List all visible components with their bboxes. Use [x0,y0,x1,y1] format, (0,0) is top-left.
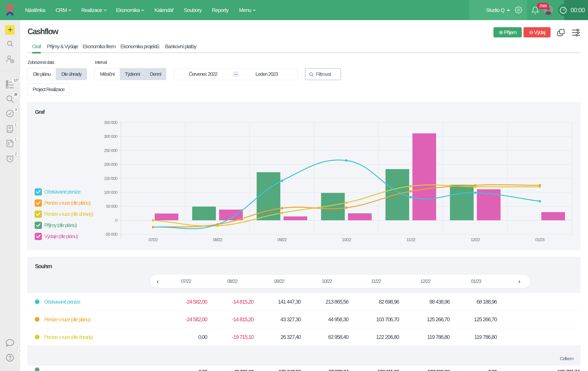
svg-text:50 000: 50 000 [106,204,117,209]
svg-text:11/22: 11/22 [407,237,415,242]
svg-text:200 000: 200 000 [104,162,117,167]
svg-text:0: 0 [115,218,117,223]
svg-text:12/22: 12/22 [471,237,480,242]
svg-text:250 000: 250 000 [104,148,117,153]
svg-text:01/23: 01/23 [535,237,545,242]
svg-text:07/22: 07/22 [148,237,158,242]
svg-text:350 000: 350 000 [104,120,117,125]
svg-text:08/22: 08/22 [213,237,222,242]
svg-text:09/22: 09/22 [277,237,287,242]
svg-text:100 000: 100 000 [104,190,117,195]
svg-text:300 000: 300 000 [104,134,117,139]
svg-text:10/22: 10/22 [342,237,351,242]
svg-text:-50 000: -50 000 [105,232,117,237]
svg-text:150 000: 150 000 [104,176,117,181]
